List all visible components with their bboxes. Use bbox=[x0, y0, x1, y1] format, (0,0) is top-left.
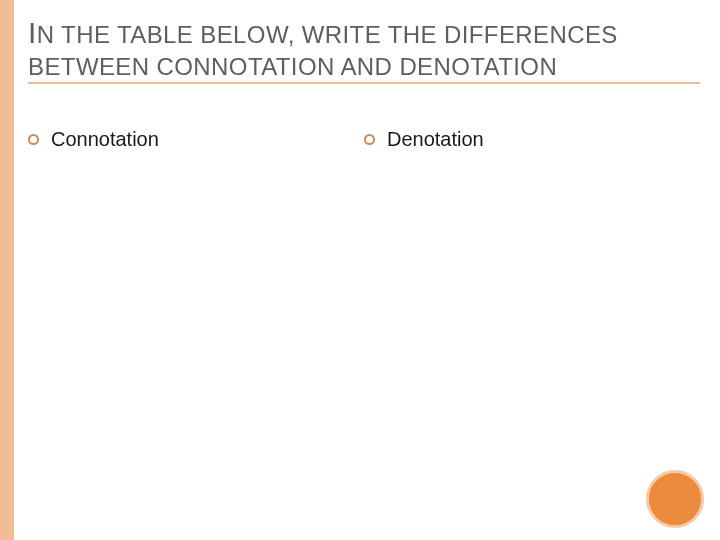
page-title: IN THE TABLE BELOW, WRITE THE DIFFERENCE… bbox=[28, 14, 688, 83]
title-line1: N THE TABLE BELOW, WRITE THE DIFFERENCES bbox=[37, 21, 618, 48]
columns-container: Connotation Denotation bbox=[28, 128, 700, 151]
title-underline bbox=[28, 82, 700, 84]
left-accent-bar bbox=[0, 0, 14, 540]
title-line2: BETWEEN CONNOTATION AND DENOTATION bbox=[28, 53, 557, 80]
column-right-label: Denotation bbox=[387, 128, 484, 151]
column-left-label: Connotation bbox=[51, 128, 159, 151]
column-right: Denotation bbox=[364, 128, 700, 151]
bullet-icon bbox=[364, 134, 375, 145]
title-dropcap: I bbox=[28, 16, 37, 49]
bullet-icon bbox=[28, 134, 39, 145]
corner-decor-circle bbox=[646, 470, 704, 528]
column-left: Connotation bbox=[28, 128, 364, 151]
